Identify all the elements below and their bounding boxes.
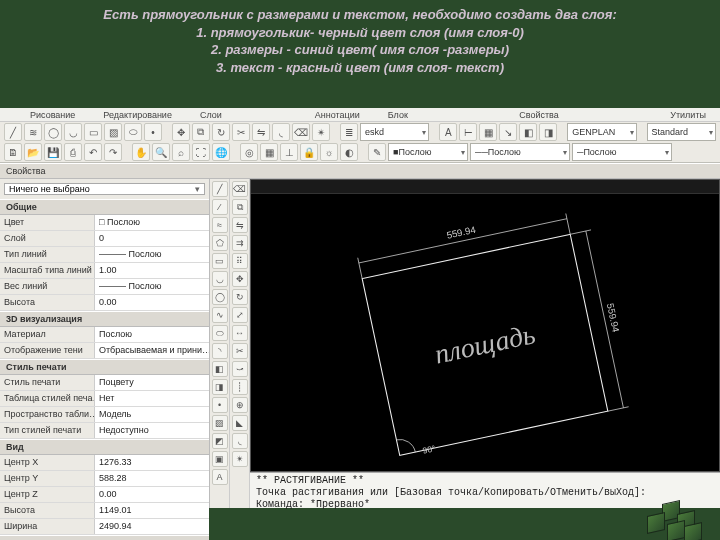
prop-value[interactable]: 1276.33 — [95, 455, 209, 470]
prop-group-header[interactable]: Разное — [0, 535, 209, 540]
standard-dropdown[interactable]: Standard — [647, 123, 716, 141]
layer-dropdown[interactable]: eskd — [360, 123, 429, 141]
ribbon-tab-draw[interactable]: Рисование — [0, 110, 89, 120]
prop-row[interactable]: Высота0.00 — [0, 295, 209, 311]
prop-row[interactable]: МатериалПослою — [0, 327, 209, 343]
match-icon[interactable]: ✎ — [368, 143, 386, 161]
vt1-region-icon[interactable]: ▣ — [212, 451, 228, 467]
erase-icon[interactable]: ⌫ — [292, 123, 310, 141]
trim-icon[interactable]: ✂ — [232, 123, 250, 141]
polyline-icon[interactable]: ≋ — [24, 123, 42, 141]
new-icon[interactable]: 🗎 — [4, 143, 22, 161]
prop-row[interactable]: Слой0 — [0, 231, 209, 247]
vt2-trim-icon[interactable]: ✂ — [232, 343, 248, 359]
prop-row[interactable]: Таблица стилей печа…Нет — [0, 391, 209, 407]
rotate-icon[interactable]: ↻ — [212, 123, 230, 141]
prop-row[interactable]: Ширина2490.94 — [0, 519, 209, 535]
prop-value[interactable]: 1149.01 — [95, 503, 209, 518]
block-create-icon[interactable]: ◨ — [539, 123, 557, 141]
fillet-icon[interactable]: ◟ — [272, 123, 290, 141]
text-icon[interactable]: A — [439, 123, 457, 141]
prop-group-header[interactable]: Стиль печати — [0, 359, 209, 375]
prop-value[interactable]: Недоступно — [95, 423, 209, 438]
vt1-spline-icon[interactable]: ∿ — [212, 307, 228, 323]
copy-icon[interactable]: ⧉ — [192, 123, 210, 141]
vt2-scale-icon[interactable]: ⤢ — [232, 307, 248, 323]
prop-value[interactable]: 1.00 — [95, 263, 209, 278]
prop-value[interactable]: 0.00 — [95, 487, 209, 502]
vt1-hatch-icon[interactable]: ▨ — [212, 415, 228, 431]
prop-row[interactable]: Центр X1276.33 — [0, 455, 209, 471]
grid-icon[interactable]: ▦ — [260, 143, 278, 161]
vt1-line-icon[interactable]: ╱ — [212, 181, 228, 197]
prop-row[interactable]: Цвет□ Послою — [0, 215, 209, 231]
genplan-dropdown[interactable]: GENPLAN — [567, 123, 636, 141]
ribbon-tab-util[interactable]: Утилиты — [656, 110, 720, 120]
ribbon-tab-block[interactable]: Блок — [374, 110, 422, 120]
open-icon[interactable]: 📂 — [24, 143, 42, 161]
vt2-break-icon[interactable]: ┊ — [232, 379, 248, 395]
hatch-icon[interactable]: ▨ — [104, 123, 122, 141]
vt2-move-icon[interactable]: ✥ — [232, 271, 248, 287]
light-icon[interactable]: ☼ — [320, 143, 338, 161]
vt1-circle-icon[interactable]: ◯ — [212, 289, 228, 305]
explode-icon[interactable]: ✴ — [312, 123, 330, 141]
prop-value[interactable]: □ Послою — [95, 215, 209, 230]
vt2-extend-icon[interactable]: ⤻ — [232, 361, 248, 377]
prop-row[interactable]: Тип линий——— Послою — [0, 247, 209, 263]
vt2-join-icon[interactable]: ⊕ — [232, 397, 248, 413]
line-icon[interactable]: ╱ — [4, 123, 22, 141]
linetype-dropdown[interactable]: ── Послою — [470, 143, 570, 161]
layer-props-icon[interactable]: ≣ — [340, 123, 358, 141]
zoom-win-icon[interactable]: ⌕ — [172, 143, 190, 161]
arc-icon[interactable]: ◡ — [64, 123, 82, 141]
ribbon-tab-edit[interactable]: Редактирование — [89, 110, 186, 120]
color-dropdown[interactable]: ■ Послою — [388, 143, 468, 161]
print-icon[interactable]: ⎙ — [64, 143, 82, 161]
prop-group-header[interactable]: Вид — [0, 439, 209, 455]
prop-value[interactable]: Поцвету — [95, 375, 209, 390]
vt1-ellipsearc-icon[interactable]: ◝ — [212, 343, 228, 359]
vt1-ellipse-icon[interactable]: ⬭ — [212, 325, 228, 341]
vt2-stretch-icon[interactable]: ↔ — [232, 325, 248, 341]
move-icon[interactable]: ✥ — [172, 123, 190, 141]
model-canvas[interactable]: 559.94 559.94 90° площадь — [250, 179, 720, 472]
vt1-xline-icon[interactable]: ∕ — [212, 199, 228, 215]
vt1-rect-icon[interactable]: ▭ — [212, 253, 228, 269]
point-icon[interactable]: • — [144, 123, 162, 141]
lock-icon[interactable]: 🔒 — [300, 143, 318, 161]
undo-icon[interactable]: ↶ — [84, 143, 102, 161]
vt2-erase-icon[interactable]: ⌫ — [232, 181, 248, 197]
prop-row[interactable]: Стиль печатиПоцвету — [0, 375, 209, 391]
block-insert-icon[interactable]: ◧ — [519, 123, 537, 141]
vt1-point-icon[interactable]: • — [212, 397, 228, 413]
prop-value[interactable]: Отбрасываемая и прини… — [95, 343, 209, 358]
vt1-polygon-icon[interactable]: ⬠ — [212, 235, 228, 251]
prop-value[interactable]: ——— Послою — [95, 279, 209, 294]
prop-row[interactable]: Пространство табли…Модель — [0, 407, 209, 423]
zoom-ext-icon[interactable]: ⛶ — [192, 143, 210, 161]
prop-value[interactable]: ——— Послою — [95, 247, 209, 262]
prop-value[interactable]: Послою — [95, 327, 209, 342]
prop-group-header[interactable]: Общие — [0, 199, 209, 215]
vt2-offset-icon[interactable]: ⇉ — [232, 235, 248, 251]
prop-value[interactable]: 0 — [95, 231, 209, 246]
command-line[interactable]: ** РАСТЯГИВАНИЕ ** Точка растягивания ил… — [250, 472, 720, 508]
dim-icon[interactable]: ⊢ — [459, 123, 477, 141]
vt2-fillet-icon[interactable]: ◟ — [232, 433, 248, 449]
vt1-block-icon[interactable]: ◨ — [212, 379, 228, 395]
table-icon[interactable]: ▦ — [479, 123, 497, 141]
vt2-rotate-icon[interactable]: ↻ — [232, 289, 248, 305]
vt1-arc-icon[interactable]: ◡ — [212, 271, 228, 287]
prop-value[interactable]: 588.28 — [95, 471, 209, 486]
lineweight-dropdown[interactable]: ─ Послою — [572, 143, 672, 161]
pan-icon[interactable]: ✋ — [132, 143, 150, 161]
vt1-grad-icon[interactable]: ◩ — [212, 433, 228, 449]
prop-value[interactable]: 0.00 — [95, 295, 209, 310]
ellipse-icon[interactable]: ⬭ — [124, 123, 142, 141]
zoom-icon[interactable]: 🔍 — [152, 143, 170, 161]
prop-value[interactable]: Модель — [95, 407, 209, 422]
vt1-pline-icon[interactable]: ≈ — [212, 217, 228, 233]
vt2-copy-icon[interactable]: ⧉ — [232, 199, 248, 215]
ortho-icon[interactable]: ⊥ — [280, 143, 298, 161]
